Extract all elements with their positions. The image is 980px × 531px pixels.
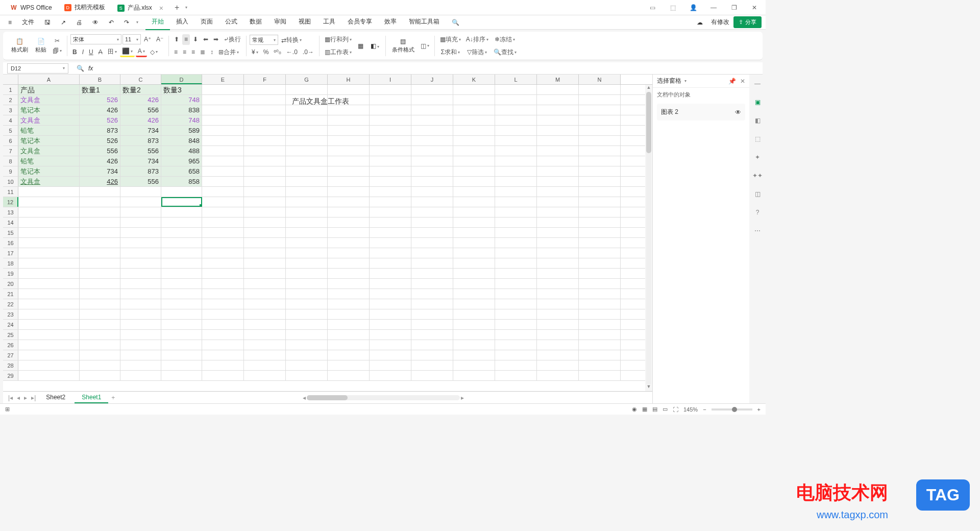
scroll-thumb[interactable]: [307, 395, 348, 400]
cell[interactable]: [120, 360, 161, 370]
indent-inc-icon[interactable]: ➡: [211, 34, 220, 45]
cell[interactable]: [120, 269, 161, 278]
cell[interactable]: [537, 299, 579, 309]
cell[interactable]: [411, 105, 453, 115]
increase-font-icon[interactable]: A⁺: [142, 34, 153, 44]
cell[interactable]: [537, 187, 579, 197]
cell[interactable]: [537, 279, 579, 288]
cell[interactable]: [80, 330, 120, 340]
visibility-icon[interactable]: 👁: [735, 109, 741, 116]
cell[interactable]: 文具盒: [18, 177, 80, 186]
sheet-next-icon[interactable]: ▸: [23, 394, 28, 401]
cell[interactable]: [328, 258, 370, 268]
cell[interactable]: [370, 350, 411, 360]
cell[interactable]: [202, 289, 244, 299]
panel-icon[interactable]: ▭: [645, 1, 659, 15]
cell[interactable]: 426: [80, 177, 120, 186]
cell[interactable]: [18, 218, 80, 227]
cell[interactable]: 556: [80, 146, 120, 156]
cell[interactable]: [202, 299, 244, 309]
window-close[interactable]: ✕: [747, 1, 762, 15]
cell[interactable]: [80, 279, 120, 288]
cell[interactable]: [328, 126, 370, 135]
sheet-first-icon[interactable]: |◂: [7, 394, 14, 401]
cell[interactable]: 426: [80, 156, 120, 166]
cell[interactable]: [411, 126, 453, 135]
cell[interactable]: [495, 156, 537, 166]
tab-template[interactable]: D 找稻壳模板: [58, 1, 111, 15]
ribbon-tab-6[interactable]: 视图: [292, 14, 317, 30]
cell[interactable]: [244, 95, 286, 105]
cell[interactable]: [244, 228, 286, 237]
collapse-icon[interactable]: —: [752, 79, 763, 89]
cell[interactable]: 526: [80, 115, 120, 125]
cell[interactable]: [328, 248, 370, 258]
cell[interactable]: [286, 258, 328, 268]
cell[interactable]: [244, 136, 286, 146]
window-minimize[interactable]: —: [706, 1, 721, 15]
cell[interactable]: [202, 156, 244, 166]
cell[interactable]: [18, 340, 80, 350]
cell[interactable]: [411, 320, 453, 329]
cell[interactable]: 数量3: [161, 85, 202, 94]
cell[interactable]: [370, 248, 411, 258]
cell[interactable]: [161, 279, 202, 288]
cell[interactable]: [453, 218, 495, 227]
align-right-icon[interactable]: ≡: [189, 47, 197, 58]
cell[interactable]: [579, 258, 621, 268]
cell[interactable]: [244, 309, 286, 319]
cell[interactable]: [244, 187, 286, 197]
cell[interactable]: [453, 166, 495, 176]
indent-dec-icon[interactable]: ⬅: [201, 34, 210, 45]
orientation-icon[interactable]: ↕: [208, 47, 215, 58]
cell[interactable]: [161, 350, 202, 360]
cell[interactable]: [328, 197, 370, 207]
cell[interactable]: [328, 218, 370, 227]
pin-icon[interactable]: 📌: [728, 78, 736, 85]
cell[interactable]: [453, 238, 495, 248]
cell[interactable]: [370, 105, 411, 115]
cell[interactable]: [18, 207, 80, 217]
cell[interactable]: [495, 269, 537, 278]
cell[interactable]: 426: [120, 115, 161, 125]
cell[interactable]: 556: [120, 177, 161, 186]
col-header-N[interactable]: N: [579, 75, 621, 84]
cell[interactable]: [244, 115, 286, 125]
ribbon-tab-7[interactable]: 工具: [317, 14, 341, 30]
cell[interactable]: [495, 218, 537, 227]
cell[interactable]: [120, 299, 161, 309]
cell[interactable]: 965: [161, 156, 202, 166]
cell[interactable]: [80, 360, 120, 370]
cell[interactable]: 笔记本: [18, 105, 80, 115]
paste-group[interactable]: 📄 粘贴: [32, 38, 50, 54]
cell[interactable]: [411, 228, 453, 237]
row-header[interactable]: 8: [3, 156, 18, 166]
cell[interactable]: [161, 248, 202, 258]
ruler-icon[interactable]: ✦✦: [752, 171, 763, 181]
col-header-I[interactable]: I: [370, 75, 411, 84]
cell[interactable]: [286, 299, 328, 309]
cell[interactable]: [202, 258, 244, 268]
user-avatar[interactable]: 👤: [686, 1, 700, 15]
cell[interactable]: [161, 187, 202, 197]
cell[interactable]: [537, 330, 579, 340]
cell[interactable]: [18, 299, 80, 309]
cell[interactable]: [537, 166, 579, 176]
cell[interactable]: [328, 289, 370, 299]
cell[interactable]: [411, 330, 453, 340]
grid-view-icon[interactable]: ▦: [642, 406, 647, 413]
cell[interactable]: [120, 228, 161, 237]
row-header[interactable]: 6: [3, 136, 18, 146]
cell[interactable]: [286, 350, 328, 360]
cell[interactable]: [370, 279, 411, 288]
cell[interactable]: [286, 136, 328, 146]
cell[interactable]: [370, 258, 411, 268]
decimal-inc-icon[interactable]: ←.0: [284, 47, 300, 57]
worksheet-button[interactable]: ▥工作表▾: [323, 47, 354, 58]
cell[interactable]: [370, 320, 411, 329]
cell[interactable]: [80, 320, 120, 329]
cell[interactable]: [202, 320, 244, 329]
cell[interactable]: [328, 320, 370, 329]
cell[interactable]: [453, 187, 495, 197]
cell[interactable]: [244, 258, 286, 268]
